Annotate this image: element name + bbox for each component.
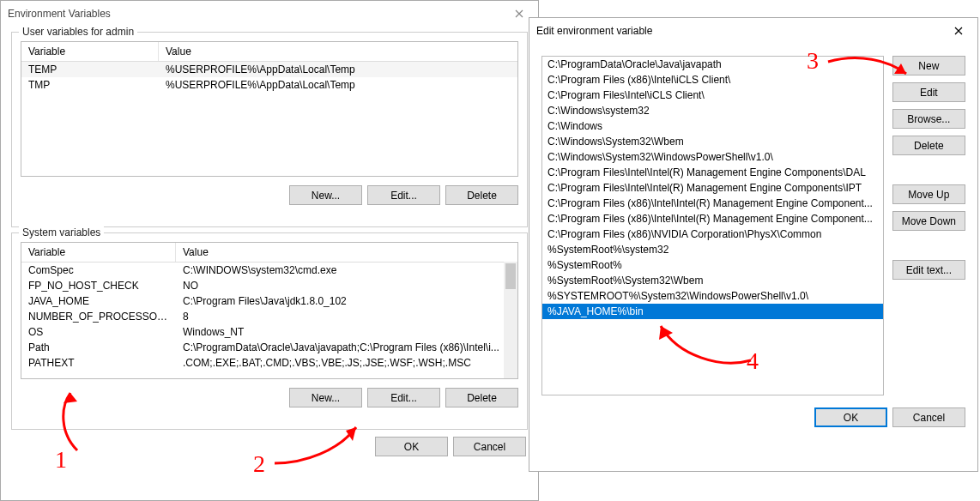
list-item[interactable]: C:\Program Files (x86)\Intel\Intel(R) Ma… (542, 196, 883, 211)
ok-button[interactable]: OK (814, 407, 887, 427)
cell-variable: FP_NO_HOST_CHECK (21, 280, 176, 292)
list-item[interactable]: C:\ProgramData\Oracle\Java\javapath (542, 57, 883, 72)
dialog-title: Edit environment variable (536, 25, 652, 37)
listview-header: Variable Value (21, 42, 517, 62)
close-icon[interactable] (941, 20, 976, 42)
user-buttons-row: New... Edit... Delete (21, 185, 518, 205)
list-item[interactable]: %SystemRoot%\System32\Wbem (542, 273, 883, 288)
col-variable[interactable]: Variable (21, 42, 159, 61)
cell-value: %USERPROFILE%\AppData\Local\Temp (159, 63, 517, 75)
user-edit-button[interactable]: Edit... (367, 185, 440, 205)
dialog-title: Environment Variables (8, 8, 111, 20)
cancel-button[interactable]: Cancel (453, 437, 526, 456)
cell-variable: NUMBER_OF_PROCESSORS (21, 311, 176, 323)
cell-variable: JAVA_HOME (21, 295, 176, 307)
scrollbar[interactable] (504, 262, 517, 378)
group-legend: System variables (19, 226, 104, 238)
listview-header: Variable Value (21, 243, 517, 263)
cell-variable: TEMP (21, 63, 159, 75)
col-value[interactable]: Value (159, 42, 517, 61)
table-row[interactable]: PATHEXT.COM;.EXE;.BAT;.CMD;.VBS;.VBE;.JS… (21, 355, 517, 371)
table-row[interactable]: FP_NO_HOST_CHECKNO (21, 278, 517, 293)
cell-value: NO (176, 280, 517, 292)
list-item[interactable]: C:\Program Files (x86)\NVIDIA Corporatio… (542, 226, 883, 242)
dialog-bottom-buttons: OK Cancel (529, 401, 977, 439)
browse-button[interactable]: Browse... (892, 109, 965, 129)
new-button[interactable]: New (892, 56, 965, 75)
list-item[interactable]: C:\Program Files (x86)\Intel\iCLS Client… (542, 72, 883, 88)
movedown-button[interactable]: Move Down (892, 211, 965, 231)
cell-variable: ComSpec (21, 264, 176, 276)
list-item[interactable]: C:\Windows\System32\Wbem (542, 134, 883, 149)
edit-button[interactable]: Edit (892, 82, 965, 102)
cell-variable: OS (21, 326, 176, 338)
table-row[interactable]: ComSpecC:\WINDOWS\system32\cmd.exe (21, 263, 517, 278)
cell-value: C:\Program Files\Java\jdk1.8.0_102 (176, 295, 517, 307)
moveup-button[interactable]: Move Up (892, 184, 965, 204)
table-row[interactable]: NUMBER_OF_PROCESSORS8 (21, 309, 517, 324)
cell-value: Windows_NT (176, 326, 517, 338)
group-legend: User variables for admin (19, 26, 137, 38)
user-variables-listview[interactable]: Variable Value TEMP%USERPROFILE%\AppData… (21, 41, 518, 177)
cell-variable: TMP (21, 79, 159, 91)
user-new-button[interactable]: New... (289, 185, 362, 205)
system-variables-group: System variables Variable Value ComSpecC… (11, 232, 528, 430)
list-item[interactable]: C:\Program Files\Intel\iCLS Client\ (542, 88, 883, 103)
cancel-button[interactable]: Cancel (892, 407, 965, 427)
system-buttons-row: New... Edit... Delete (21, 388, 518, 407)
cell-variable: PATHEXT (21, 357, 176, 369)
cell-value: 8 (176, 311, 517, 323)
system-new-button[interactable]: New... (289, 388, 362, 407)
list-item[interactable]: %SYSTEMROOT%\System32\WindowsPowerShell\… (542, 288, 883, 304)
right-buttons-column: New Edit Browse... Delete Move Up Move D… (892, 56, 965, 395)
list-item[interactable]: C:\Windows (542, 118, 883, 134)
dialog-body: C:\ProgramData\Oracle\Java\javapathC:\Pr… (529, 44, 977, 401)
cell-value: C:\ProgramData\Oracle\Java\javapath;C:\P… (176, 341, 517, 353)
dialog-bottom-buttons: OK Cancel (1, 437, 526, 456)
list-item[interactable]: %SystemRoot% (542, 257, 883, 273)
list-item[interactable]: C:\Windows\System32\WindowsPowerShell\v1… (542, 149, 883, 165)
system-variables-listview[interactable]: Variable Value ComSpecC:\WINDOWS\system3… (21, 242, 518, 379)
table-row[interactable]: PathC:\ProgramData\Oracle\Java\javapath;… (21, 340, 517, 355)
delete-button[interactable]: Delete (892, 136, 965, 155)
col-variable[interactable]: Variable (21, 243, 176, 262)
system-edit-button[interactable]: Edit... (367, 388, 440, 407)
list-item[interactable]: C:\Program Files\Intel\Intel(R) Manageme… (542, 165, 883, 180)
list-item[interactable]: %SystemRoot%\system32 (542, 242, 883, 257)
user-variables-group: User variables for admin Variable Value … (11, 32, 528, 227)
table-row[interactable]: JAVA_HOMEC:\Program Files\Java\jdk1.8.0_… (21, 293, 517, 309)
system-delete-button[interactable]: Delete (445, 388, 518, 407)
cell-value: C:\WINDOWS\system32\cmd.exe (176, 264, 517, 276)
table-row[interactable]: TMP%USERPROFILE%\AppData\Local\Temp (21, 77, 517, 93)
cell-value: %USERPROFILE%\AppData\Local\Temp (159, 79, 517, 91)
list-item[interactable]: C:\Windows\system32 (542, 103, 883, 118)
col-value[interactable]: Value (176, 243, 517, 262)
path-entries-listbox[interactable]: C:\ProgramData\Oracle\Java\javapathC:\Pr… (541, 56, 884, 395)
environment-variables-dialog: Environment Variables User variables for… (0, 0, 539, 501)
edittext-button[interactable]: Edit text... (892, 260, 965, 280)
edit-env-variable-dialog: Edit environment variable C:\ProgramData… (529, 17, 978, 472)
list-item[interactable]: C:\Program Files (x86)\Intel\Intel(R) Ma… (542, 211, 883, 226)
table-row[interactable]: OSWindows_NT (21, 324, 517, 340)
titlebar: Environment Variables (1, 1, 538, 27)
list-item[interactable]: C:\Program Files\Intel\Intel(R) Manageme… (542, 180, 883, 196)
list-item[interactable]: %JAVA_HOME%\bin (542, 304, 883, 319)
cell-variable: Path (21, 341, 176, 353)
user-delete-button[interactable]: Delete (445, 185, 518, 205)
cell-value: .COM;.EXE;.BAT;.CMD;.VBS;.VBE;.JS;.JSE;.… (176, 357, 517, 369)
titlebar: Edit environment variable (529, 18, 977, 44)
ok-button[interactable]: OK (375, 437, 448, 456)
table-row[interactable]: TEMP%USERPROFILE%\AppData\Local\Temp (21, 62, 517, 77)
